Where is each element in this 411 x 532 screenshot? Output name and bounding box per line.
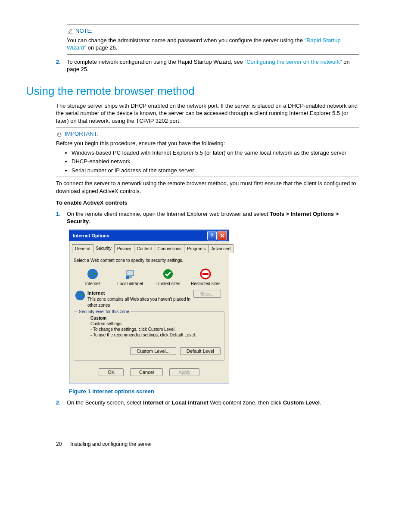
tab-privacy[interactable]: Privacy: [114, 244, 134, 254]
note-text-a: You can change the administrator name an…: [67, 37, 305, 44]
tab-programs[interactable]: Programs: [184, 244, 209, 254]
divider: [56, 177, 359, 177]
connect-paragraph: To connect the server to a network using…: [56, 180, 359, 195]
svg-rect-6: [202, 273, 209, 275]
zone-label: Trusted sites: [153, 281, 183, 287]
divider: [56, 127, 359, 128]
section-heading: Using the remote browser method: [26, 84, 359, 99]
help-button[interactable]: ?: [207, 231, 217, 240]
step2a-link[interactable]: "Configuring the server on the network": [245, 59, 342, 65]
page-footer: 20 Installing and configuring the server: [56, 441, 359, 448]
zone-restricted-sites[interactable]: Restricted sites: [190, 267, 221, 287]
custom-line1: - To change the settings, click Custom L…: [90, 327, 221, 332]
note-text: You can change the administrator name an…: [67, 37, 359, 52]
level-buttons: Custom Level... Default Level: [78, 347, 221, 355]
figure-caption: Figure 1 Internet options screen: [69, 388, 359, 395]
note-text-b: on page 26.: [86, 44, 117, 51]
zone-trusted-sites[interactable]: Trusted sites: [153, 267, 183, 287]
step-number: 2.: [56, 58, 67, 73]
dialog-titlebar: Internet Options ?: [69, 230, 229, 241]
zone-row: Internet Local intranet Trusted sites Re…: [74, 267, 224, 287]
security-level-fieldset: Security level for this zone Custom Cust…: [74, 311, 224, 361]
important-block: IMPORTANT: Before you begin this procedu…: [56, 127, 359, 177]
restricted-icon: [190, 267, 221, 281]
step-body: On the Security screen, select Internet …: [67, 399, 359, 407]
svg-point-3: [126, 276, 129, 279]
step2a-text-a: To complete network configuration using …: [67, 59, 245, 65]
zone-internet[interactable]: Internet: [78, 267, 108, 287]
tab-connections[interactable]: Connections: [155, 244, 185, 254]
step-body: To complete network configuration using …: [67, 58, 359, 73]
default-level-button[interactable]: Default Level: [180, 347, 221, 355]
dialog-tabs: General Security Privacy Content Connect…: [72, 244, 226, 254]
zone-description: Internet This zone contains all Web site…: [75, 290, 224, 308]
divider: [67, 54, 359, 55]
close-button[interactable]: [218, 231, 227, 240]
enable-heading: To enable ActiveX controls: [56, 199, 359, 207]
bullet-item: DHCP-enabled network: [72, 158, 359, 165]
zone-local-intranet[interactable]: Local intranet: [115, 267, 145, 287]
step2b-bold-b: Local intranet: [172, 399, 209, 406]
tab-content[interactable]: Content: [134, 244, 155, 254]
note-label: NOTE:: [75, 27, 93, 35]
footer-text: Installing and configuring the server: [70, 441, 152, 447]
step2b-bold-c: Custom Level: [283, 399, 320, 406]
custom-block: Custom Custom settings. - To change the …: [90, 315, 221, 338]
globe-icon: [75, 290, 87, 303]
dialog-title: Internet Options: [73, 233, 109, 239]
ordered-step-2b: 2. On the Security screen, select Intern…: [56, 399, 359, 407]
custom-title: Custom: [90, 315, 221, 321]
ordered-step-1: 1. On the remote client machine, open th…: [56, 210, 359, 225]
zone-instruction: Select a Web content zone to specify its…: [74, 258, 224, 264]
step-number: 2.: [56, 399, 67, 407]
ordered-step-2a: 2. To complete network configuration usi…: [56, 58, 359, 73]
important-hand-icon: [56, 130, 65, 138]
important-lead: Before you begin this procedure, ensure …: [56, 140, 359, 147]
step2b-bold-a: Internet: [143, 399, 164, 406]
dialog-body: General Security Privacy Content Connect…: [69, 241, 229, 383]
svg-rect-1: [127, 271, 134, 276]
step2b-mid-b: Web content zone, then click: [209, 399, 283, 406]
step1-text-a: On the remote client machine, open the I…: [67, 211, 270, 217]
zone-title: Internet: [87, 290, 193, 296]
step2b-mid-a: or: [164, 399, 172, 406]
ok-button[interactable]: OK: [99, 368, 124, 376]
step-body: On the remote client machine, open the I…: [67, 210, 359, 225]
page-number: 20: [56, 441, 69, 448]
fieldset-legend: Security level for this zone: [78, 309, 131, 315]
step2b-tail: .: [320, 399, 321, 406]
tab-advanced[interactable]: Advanced: [208, 244, 233, 254]
sites-button[interactable]: Sites...: [193, 290, 221, 298]
svg-point-7: [75, 291, 85, 300]
divider: [67, 24, 359, 25]
important-label: IMPORTANT:: [65, 130, 98, 138]
custom-sub: Custom settings.: [90, 321, 221, 327]
zone-label: Internet: [78, 281, 108, 287]
check-icon: [153, 267, 183, 281]
computer-icon: [115, 267, 145, 281]
svg-point-0: [87, 269, 98, 279]
note-label-row: NOTE:: [67, 27, 359, 35]
step-number: 1.: [56, 210, 67, 225]
custom-level-button[interactable]: Custom Level...: [130, 347, 176, 355]
intro-paragraph: The storage server ships with DHCP enabl…: [56, 102, 359, 125]
zone-label: Restricted sites: [190, 281, 221, 287]
cancel-button[interactable]: Cancel: [130, 368, 163, 376]
important-label-row: IMPORTANT:: [56, 130, 359, 138]
step1-tail: .: [89, 218, 90, 224]
bullet-item: Serial number or IP address of the stora…: [72, 167, 359, 174]
dialog-bottom-buttons: OK Cancel Apply: [72, 364, 226, 379]
globe-icon: [78, 267, 108, 281]
zone-label: Local intranet: [115, 281, 145, 287]
important-bullets: Windows-based PC loaded with Internet Ex…: [64, 149, 359, 174]
note-pencil-icon: [67, 27, 75, 35]
internet-options-dialog: Internet Options ? General Security Priv…: [69, 230, 229, 383]
tab-security[interactable]: Security: [93, 244, 115, 253]
bullet-item: Windows-based PC loaded with Internet Ex…: [72, 149, 359, 157]
apply-button[interactable]: Apply: [169, 368, 199, 376]
custom-line2: - To use the recommended settings, click…: [90, 332, 221, 338]
zone-desc-text: This zone contains all Web sites you hav…: [87, 296, 193, 308]
tab-general[interactable]: General: [72, 244, 93, 254]
note-block: NOTE: You can change the administrator n…: [67, 24, 359, 55]
step2b-a: On the Security screen, select: [67, 399, 143, 406]
